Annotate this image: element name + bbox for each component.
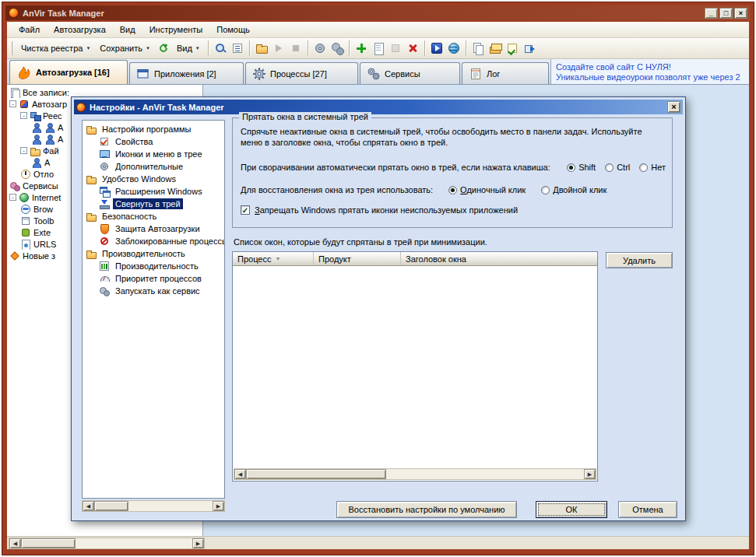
- window-title: AnVir Task Manager: [23, 9, 104, 18]
- delete-button[interactable]: Удалить: [606, 252, 673, 268]
- toolbar: Чистка реестра ▼ Сохранить ▼ Вид ▼: [7, 38, 749, 59]
- settings-category-performance[interactable]: Производительность: [83, 247, 224, 260]
- tab-processes[interactable]: Процессы [27]: [245, 62, 358, 84]
- column-process[interactable]: Процесс ▼: [233, 252, 314, 265]
- collapse-icon[interactable]: -: [9, 100, 16, 107]
- settings-item-performance[interactable]: Производительность: [83, 260, 224, 272]
- settings-item-startup-guard[interactable]: Защита Автозагрузки: [83, 222, 224, 235]
- process-gear-button[interactable]: [312, 40, 328, 56]
- gear-icon: [99, 161, 110, 172]
- settings-item-tray-icons[interactable]: Иконки и меню в трее: [83, 148, 224, 160]
- menu-tools[interactable]: Инструменты: [142, 23, 210, 37]
- check-database-button[interactable]: [505, 40, 520, 56]
- radio-single-click-label: Одиночный клик: [460, 185, 526, 194]
- view-button[interactable]: Вид ▼: [172, 41, 205, 55]
- restore-defaults-button[interactable]: Восстановить настройки по умолчанию: [336, 501, 517, 518]
- column-product[interactable]: Продукт: [314, 252, 401, 265]
- menu-file[interactable]: Файл: [12, 23, 47, 37]
- minimize-button[interactable]: _: [705, 8, 718, 19]
- radio-shift[interactable]: Shift: [567, 163, 596, 172]
- column-window-title-label: Заголовок окна: [406, 254, 466, 264]
- scroll-right-icon[interactable]: ▶: [584, 469, 596, 479]
- copy-button[interactable]: [470, 40, 486, 56]
- scroll-thumb[interactable]: [21, 538, 76, 548]
- dialog-close-button[interactable]: ×: [667, 101, 680, 113]
- hotkey-radio-group: Shift Ctrl Нет: [567, 163, 666, 172]
- settings-item-blocked-processes[interactable]: Заблокированные процессы: [83, 235, 224, 247]
- save-button[interactable]: Сохранить ▼: [95, 41, 155, 55]
- dropdown-arrow-icon: ▼: [195, 46, 200, 51]
- windows-icon: [99, 186, 110, 197]
- radio-button-icon[interactable]: [639, 163, 648, 172]
- open-folder-button[interactable]: [254, 40, 269, 56]
- scroll-left-icon[interactable]: ◀: [9, 538, 21, 548]
- hide-to-tray-group: Прятать окна в системный трей Спрячьте н…: [232, 117, 673, 228]
- tab-startup[interactable]: Автозагрузка [16]: [9, 60, 128, 84]
- services-gears-button[interactable]: [329, 40, 345, 56]
- scroll-thumb[interactable]: [94, 501, 128, 511]
- settings-item-windows-extensions[interactable]: Расширения Windows: [83, 185, 224, 198]
- table-horizontal-scrollbar[interactable]: ◀ ▶: [234, 468, 596, 480]
- menu-help[interactable]: Помощь: [209, 23, 257, 37]
- settings-item-minimize-to-tray[interactable]: Свернуть в трей: [83, 198, 224, 210]
- scroll-left-icon[interactable]: ◀: [234, 469, 246, 479]
- tab-applications[interactable]: Приложения [2]: [129, 62, 244, 84]
- delete-entry-button[interactable]: [405, 40, 420, 56]
- search-button[interactable]: [213, 40, 228, 56]
- radio-button-icon[interactable]: [605, 163, 614, 172]
- tab-log[interactable]: Лог: [462, 62, 549, 84]
- scroll-right-icon[interactable]: ▶: [213, 501, 224, 511]
- ad-banner[interactable]: Создайте свой сайт С НУЛЯ! Уникальные ви…: [550, 59, 749, 84]
- internet-button[interactable]: [446, 40, 462, 56]
- tree-label: А: [44, 158, 50, 167]
- menu-view[interactable]: Вид: [113, 23, 142, 37]
- go-button[interactable]: [429, 40, 445, 56]
- scroll-right-icon[interactable]: ▶: [192, 538, 204, 548]
- radio-ctrl[interactable]: Ctrl: [605, 163, 630, 172]
- settings-item-run-as-service[interactable]: Запускать как сервис: [83, 285, 224, 297]
- collapse-icon[interactable]: -: [9, 194, 16, 201]
- refresh-button[interactable]: [156, 40, 171, 56]
- scroll-track[interactable]: [246, 469, 584, 479]
- scroll-thumb[interactable]: [246, 469, 386, 479]
- radio-none[interactable]: Нет: [639, 163, 666, 172]
- settings-item-properties[interactable]: Свойства: [83, 135, 224, 148]
- radio-single-click[interactable]: Одиночный клик: [448, 185, 526, 194]
- sidebar-horizontal-scrollbar[interactable]: ◀ ▶: [9, 538, 205, 549]
- column-window-title[interactable]: Заголовок окна: [401, 252, 597, 265]
- settings-item-advanced[interactable]: Дополнительные: [83, 160, 224, 173]
- scroll-track[interactable]: [21, 538, 192, 548]
- gears-icon: [331, 42, 343, 54]
- registry-cleanup-button[interactable]: Чистка реестра ▼: [16, 41, 95, 55]
- tab-services[interactable]: Сервисы: [360, 62, 460, 84]
- quarantine-button[interactable]: [388, 40, 403, 56]
- scroll-track[interactable]: [94, 501, 213, 511]
- restore-click-label: Для восстановления окна из трея использо…: [241, 185, 433, 194]
- settings-category-security[interactable]: Безопасность: [83, 210, 224, 222]
- collapse-icon[interactable]: -: [20, 147, 27, 154]
- report-button[interactable]: [230, 40, 245, 56]
- settings-tree-label: Расширения Windows: [113, 186, 205, 197]
- maximize-button[interactable]: □: [719, 8, 733, 19]
- radio-button-icon[interactable]: [541, 186, 550, 194]
- stop-button[interactable]: [288, 40, 304, 56]
- add-entry-button[interactable]: [353, 40, 369, 56]
- ok-button[interactable]: ОК: [536, 501, 607, 518]
- radio-button-icon[interactable]: [448, 186, 457, 194]
- cancel-button[interactable]: Отмена: [618, 501, 677, 518]
- settings-item-process-priority[interactable]: Приоритет процессов: [83, 272, 224, 285]
- export-button[interactable]: [522, 40, 537, 56]
- scroll-left-icon[interactable]: ◀: [83, 501, 94, 511]
- radio-button-icon[interactable]: [567, 163, 575, 172]
- radio-double-click[interactable]: Двойной клик: [541, 185, 607, 194]
- checkbox-checked-icon[interactable]: ✓: [241, 205, 250, 215]
- menu-startup[interactable]: Автозагрузка: [47, 23, 113, 37]
- new-file-button[interactable]: [371, 40, 386, 56]
- folders-button[interactable]: [487, 40, 503, 56]
- close-button[interactable]: ×: [734, 8, 747, 19]
- collapse-icon[interactable]: -: [20, 112, 27, 119]
- settings-tree-horizontal-scrollbar[interactable]: ◀ ▶: [82, 500, 225, 512]
- settings-category-windows[interactable]: Удобство Windows: [83, 173, 224, 185]
- settings-category-program[interactable]: Настройки программы: [83, 123, 224, 135]
- run-button[interactable]: [271, 40, 287, 56]
